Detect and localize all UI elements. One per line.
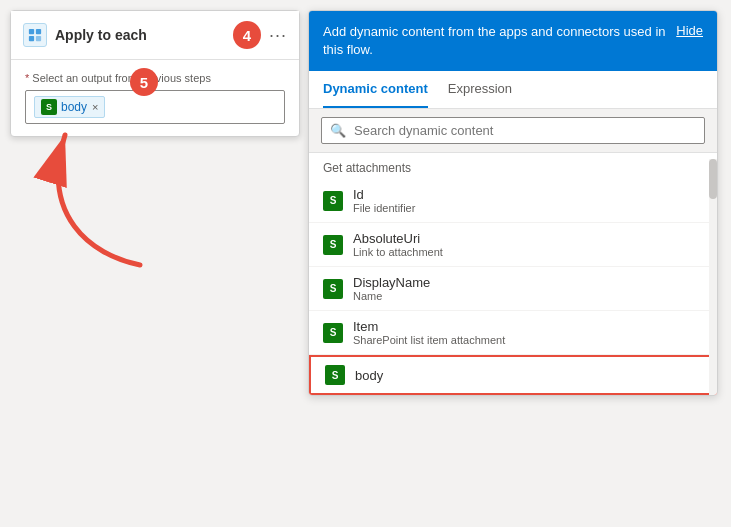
tab-dynamic-content[interactable]: Dynamic content [323, 71, 428, 108]
tab-expression[interactable]: Expression [448, 71, 512, 108]
item-text: DisplayName Name [353, 275, 430, 302]
more-options-button[interactable]: ··· [269, 25, 287, 46]
output-input[interactable]: S body × [25, 90, 285, 124]
dynamic-content-panel: Add dynamic content from the apps and co… [308, 10, 718, 396]
item-name: body [355, 368, 383, 383]
item-icon: S [323, 279, 343, 299]
item-icon: S [325, 365, 345, 385]
item-text: Id File identifier [353, 187, 415, 214]
search-input[interactable] [354, 123, 696, 138]
panel-header-text: Add dynamic content from the apps and co… [323, 23, 676, 59]
item-desc: Link to attachment [353, 246, 443, 258]
item-icon: S [323, 191, 343, 211]
search-box[interactable]: 🔍 [321, 117, 705, 144]
scrollbar-thumb[interactable] [709, 159, 717, 199]
card-icon [23, 23, 47, 47]
token-label: body [61, 100, 87, 114]
item-text: Item SharePoint list item attachment [353, 319, 505, 346]
item-desc: SharePoint list item attachment [353, 334, 505, 346]
sp-icon: S [330, 283, 337, 294]
card-header: Apply to each 4 ··· [11, 11, 299, 60]
search-area: 🔍 [309, 109, 717, 153]
panel-content: Get attachments S Id File identifier S A… [309, 153, 717, 395]
search-icon: 🔍 [330, 123, 346, 138]
body-list-item[interactable]: S body [309, 355, 717, 395]
item-desc: Name [353, 290, 430, 302]
svg-rect-1 [36, 29, 41, 34]
body-token: S body × [34, 96, 105, 118]
item-name: Id [353, 187, 415, 202]
list-item[interactable]: S DisplayName Name [309, 267, 717, 311]
token-close-button[interactable]: × [92, 101, 98, 113]
token-icon: S [41, 99, 57, 115]
scrollbar-track [709, 159, 717, 396]
item-text: body [355, 368, 383, 383]
item-name: Item [353, 319, 505, 334]
item-desc: File identifier [353, 202, 415, 214]
list-item[interactable]: S Item SharePoint list item attachment [309, 311, 717, 355]
item-icon: S [323, 235, 343, 255]
item-name: DisplayName [353, 275, 430, 290]
step-4-badge: 4 [233, 21, 261, 49]
card-title: Apply to each [55, 27, 225, 43]
list-item[interactable]: S Id File identifier [309, 179, 717, 223]
hide-button[interactable]: Hide [676, 23, 703, 38]
svg-rect-3 [36, 36, 41, 41]
sp-icon: S [332, 370, 339, 381]
section-label: Get attachments [309, 153, 717, 179]
required-asterisk: * [25, 72, 32, 84]
card-body: * Select an output from previous steps S… [11, 60, 299, 136]
item-icon: S [323, 323, 343, 343]
svg-rect-0 [29, 29, 34, 34]
sp-icon: S [330, 239, 337, 250]
svg-rect-2 [29, 36, 34, 41]
list-item[interactable]: S AbsoluteUri Link to attachment [309, 223, 717, 267]
panel-header: Add dynamic content from the apps and co… [309, 11, 717, 71]
sp-icon: S [330, 327, 337, 338]
sp-icon: S [330, 195, 337, 206]
step-5-badge: 5 [130, 68, 158, 96]
sharepoint-s-icon: S [46, 102, 52, 112]
item-name: AbsoluteUri [353, 231, 443, 246]
panel-tabs: Dynamic content Expression [309, 71, 717, 109]
item-text: AbsoluteUri Link to attachment [353, 231, 443, 258]
